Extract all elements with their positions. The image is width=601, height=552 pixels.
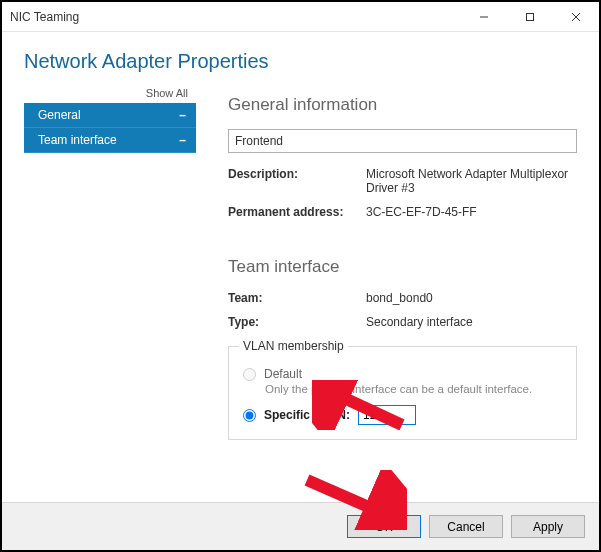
sidebar-item-label: General (38, 108, 81, 122)
vlan-default-input (243, 368, 256, 381)
show-all-link[interactable]: Show All (24, 87, 196, 103)
svg-rect-1 (527, 13, 534, 20)
minimize-button[interactable] (461, 2, 507, 31)
sidebar-item-general[interactable]: General – (24, 103, 196, 128)
vlan-membership-group: VLAN membership Default Only the primary… (228, 339, 577, 440)
description-label: Description: (228, 167, 366, 195)
sidebar: Show All General – Team interface – (24, 87, 196, 502)
type-value: Secondary interface (366, 315, 473, 329)
sidebar-item-team-interface[interactable]: Team interface – (24, 128, 196, 153)
vlan-specific-radio[interactable]: Specific VLAN: (243, 405, 566, 425)
team-label: Team: (228, 291, 366, 305)
window-title: NIC Teaming (10, 10, 461, 24)
vlan-default-radio[interactable]: Default (243, 367, 566, 381)
description-value: Microsoft Network Adapter Multiplexor Dr… (366, 167, 577, 195)
collapse-icon: – (179, 133, 186, 147)
page-title: Network Adapter Properties (24, 50, 577, 73)
sidebar-item-label: Team interface (38, 133, 117, 147)
main-panel: General information Frontend Description… (196, 87, 599, 502)
collapse-icon: – (179, 108, 186, 122)
apply-button[interactable]: Apply (511, 515, 585, 538)
adapter-name-field[interactable]: Frontend (228, 129, 577, 153)
vlan-id-input[interactable] (358, 405, 416, 425)
permanent-address-value: 3C-EC-EF-7D-45-FF (366, 205, 477, 219)
permanent-address-label: Permanent address: (228, 205, 366, 219)
dialog-footer: OK Cancel Apply (2, 502, 599, 550)
vlan-specific-input[interactable] (243, 409, 256, 422)
type-label: Type: (228, 315, 366, 329)
vlan-legend: VLAN membership (239, 339, 348, 353)
titlebar: NIC Teaming (2, 2, 599, 32)
vlan-default-hint: Only the primary interface can be a defa… (265, 383, 566, 395)
vlan-specific-label: Specific VLAN: (264, 408, 350, 422)
maximize-button[interactable] (507, 2, 553, 31)
section-title-general: General information (228, 95, 577, 115)
close-button[interactable] (553, 2, 599, 31)
header: Network Adapter Properties (2, 32, 599, 87)
window-controls (461, 2, 599, 31)
section-title-team-interface: Team interface (228, 257, 577, 277)
team-value: bond_bond0 (366, 291, 433, 305)
ok-button[interactable]: OK (347, 515, 421, 538)
cancel-button[interactable]: Cancel (429, 515, 503, 538)
vlan-default-label: Default (264, 367, 302, 381)
